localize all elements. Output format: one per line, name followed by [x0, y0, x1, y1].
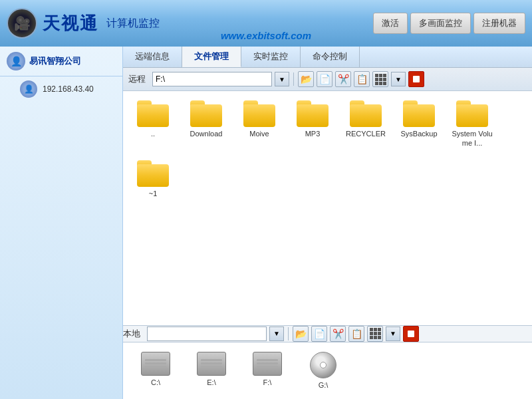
tab-bar: 远端信息 文件管理 实时监控 命令控制 [123, 47, 532, 68]
folder-icon [456, 100, 488, 127]
remote-file-item[interactable]: System Volume I... [449, 98, 495, 151]
local-label: 本地 [123, 328, 144, 340]
local-toolbar: 本地 ▼ 📂 📄 ✂️ 📋 ▼ [123, 326, 532, 342]
tab-file-mgmt[interactable]: 文件管理 [182, 47, 241, 67]
remote-file-item[interactable]: Download [183, 98, 229, 151]
folder-icon [403, 100, 435, 127]
content-area: 远端信息 文件管理 实时监控 命令控制 远程 ▼ 📂 📄 ✂️ 📋 [123, 47, 532, 399]
local-scissors-btn[interactable]: ✂️ [330, 326, 346, 342]
file-label: Moive [249, 129, 269, 138]
folder-icon [137, 100, 169, 127]
file-label: .. [151, 129, 155, 138]
remote-path-input[interactable] [152, 72, 272, 86]
local-view-dropdown-btn[interactable]: ▼ [386, 327, 400, 341]
tab-realtime[interactable]: 实时监控 [241, 47, 301, 67]
remote-file-item[interactable]: SysBackup [396, 98, 442, 151]
local-path-input[interactable] [147, 327, 267, 341]
remote-file-item[interactable]: .. [130, 98, 176, 151]
tab-remote-info[interactable]: 远端信息 [123, 47, 182, 67]
file-label: SysBackup [400, 129, 437, 138]
ip-icon: 👤 [20, 80, 37, 98]
multiscreen-button[interactable]: 多画面监控 [410, 13, 471, 34]
grid-view-btn[interactable] [372, 71, 388, 87]
folder-icon [137, 160, 169, 187]
local-drive-item[interactable]: F:\ [244, 349, 291, 392]
app-subtitle: 计算机监控 [106, 17, 160, 31]
scissors-btn[interactable]: ✂️ [335, 71, 351, 87]
remote-file-item[interactable]: Moive [236, 98, 283, 151]
header-buttons: 激活 多画面监控 注册机器 [373, 13, 525, 34]
company-label: 易讯智翔公司 [29, 55, 81, 67]
remote-label: 远程 [128, 73, 150, 85]
file-label: RECYCLER [346, 129, 386, 138]
company-icon: 👤 [7, 52, 25, 70]
file-label: Download [190, 129, 223, 138]
file-label: System Volume I... [452, 129, 493, 148]
hdd-drive-icon [197, 352, 226, 376]
register-button[interactable]: 注册机器 [473, 13, 525, 34]
file-label: MP3 [305, 129, 321, 138]
folder-icon [190, 100, 222, 127]
file-new-btn[interactable]: 📄 [317, 71, 332, 87]
local-grid-view-btn[interactable] [367, 326, 383, 342]
local-drive-item[interactable]: C:\ [132, 349, 179, 392]
sidebar-company[interactable]: 👤 易讯智翔公司 [0, 47, 122, 76]
remote-file-grid: ..DownloadMoiveMP3RECYCLERSysBackupSyste… [130, 98, 525, 201]
separator2 [288, 327, 289, 340]
local-drive-item[interactable]: G:\ [300, 349, 346, 392]
local-stop-icon [408, 331, 414, 337]
remote-file-area: ..DownloadMoiveMP3RECYCLERSysBackupSyste… [123, 91, 532, 326]
sidebar: 👤 易讯智翔公司 👤 192.168.43.40 [0, 47, 123, 399]
app-logo-icon: 🎥 [7, 8, 37, 39]
file-label: ~1 [149, 189, 158, 198]
app-title: 天视通 [43, 12, 98, 35]
drive-label: C:\ [151, 378, 160, 387]
path-dropdown-btn[interactable]: ▼ [275, 72, 289, 86]
separator [293, 72, 294, 86]
ip-label: 192.168.43.40 [43, 84, 94, 94]
local-drive-item[interactable]: E:\ [188, 349, 235, 392]
tab-cmd-ctrl[interactable]: 命令控制 [301, 47, 360, 67]
sidebar-ip-item[interactable]: 👤 192.168.43.40 [0, 76, 122, 102]
local-drives-area: C:\E:\F:\G:\ [123, 342, 532, 399]
drive-label: F:\ [263, 378, 272, 387]
stop-icon [413, 76, 420, 82]
folder-icon [243, 100, 275, 127]
remote-file-item[interactable]: MP3 [289, 98, 336, 151]
remote-file-item[interactable]: RECYCLER [342, 98, 389, 151]
remote-file-item[interactable]: ~1 [130, 158, 176, 201]
drive-label: G:\ [319, 380, 329, 390]
activate-button[interactable]: 激活 [373, 13, 408, 34]
main-layout: 👤 易讯智翔公司 👤 192.168.43.40 远端信息 文件管理 实时监控 … [0, 47, 532, 399]
hdd-drive-icon [141, 352, 170, 376]
folder-icon [350, 100, 382, 127]
cd-drive-icon [310, 352, 336, 378]
folder-icon [297, 100, 329, 127]
local-paste-btn[interactable]: 📋 [348, 326, 364, 342]
remote-toolbar: 远程 ▼ 📂 📄 ✂️ 📋 ▼ [123, 68, 532, 91]
remote-stop-btn[interactable] [408, 71, 424, 87]
local-folder-open-btn[interactable]: 📂 [293, 326, 309, 342]
local-path-dropdown-btn[interactable]: ▼ [269, 327, 284, 341]
local-file-new-btn[interactable]: 📄 [311, 326, 327, 342]
drive-label: E:\ [207, 378, 215, 387]
logo-area: 🎥 天视通 计算机监控 [7, 8, 160, 39]
hdd-drive-icon [253, 352, 282, 376]
paste-btn[interactable]: 📋 [354, 71, 370, 87]
view-dropdown-btn[interactable]: ▼ [391, 72, 406, 86]
website-url: www.exbitsoft.com [221, 30, 311, 41]
app-header: 🎥 天视通 计算机监控 www.exbitsoft.com 激活 多画面监控 注… [0, 0, 532, 47]
local-stop-btn[interactable] [403, 326, 419, 342]
folder-open-btn[interactable]: 📂 [298, 71, 314, 87]
